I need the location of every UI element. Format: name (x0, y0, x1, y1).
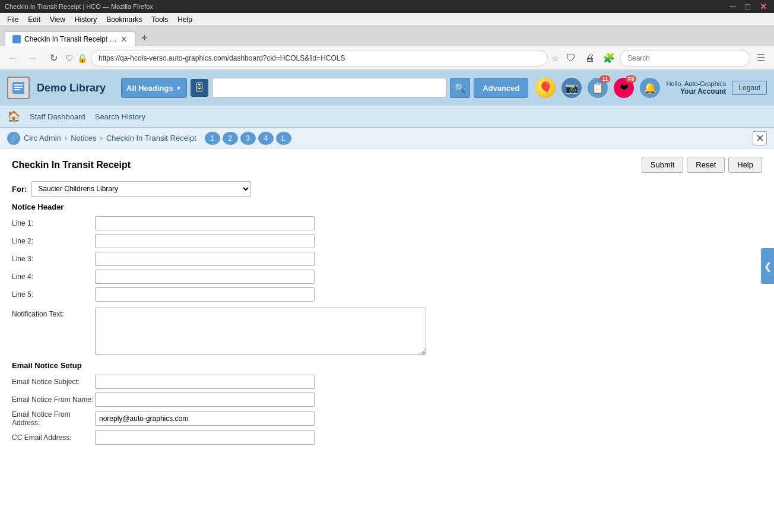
logout-button[interactable]: Logout (732, 81, 767, 95)
menu-tools[interactable]: Tools (147, 14, 173, 25)
line1-label: Line 1: (12, 219, 95, 227)
notification-row: Notification Text: (12, 308, 762, 355)
forward-button[interactable]: → (25, 50, 42, 66)
chevron-down-icon: ▼ (176, 85, 182, 91)
line4-label: Line 4: (12, 273, 95, 281)
line1-input[interactable] (95, 216, 315, 230)
tab-favicon (12, 35, 21, 43)
bell-circle: 🔔 (640, 78, 660, 98)
email-from-addr-row: Email Notice From Address: (12, 410, 762, 427)
balloon-icon[interactable]: 🎈 (535, 78, 556, 98)
notification-section: Notification Text: (12, 308, 762, 355)
svg-rect-3 (14, 89, 20, 90)
shield-icon: 🛡 (65, 53, 74, 63)
collapse-icon: ❮ (764, 261, 772, 272)
email-subject-input[interactable] (95, 375, 315, 389)
headings-dropdown[interactable]: All Headings Author Title Subject ▼ (121, 78, 187, 98)
menu-history[interactable]: History (70, 14, 101, 25)
tab-close-icon[interactable]: ✕ (120, 34, 128, 44)
menu-help[interactable]: Help (173, 14, 197, 25)
app-header: Demo Library All Headings Author Title S… (0, 70, 774, 106)
cc-email-input[interactable] (95, 430, 315, 445)
address-bar[interactable] (91, 50, 548, 66)
refresh-button[interactable]: ↻ (45, 50, 62, 66)
cc-email-row: CC Email Address: (12, 430, 762, 445)
email-setup-title: Email Notice Setup (12, 361, 762, 370)
line4-input[interactable] (95, 270, 315, 284)
breadcrumb-circ-admin[interactable]: Circ Admin (24, 134, 61, 142)
step-4[interactable]: 4 (258, 132, 274, 145)
notice-header-title: Notice Header (12, 202, 762, 211)
camera-icon[interactable]: 📷 (562, 78, 582, 98)
bell-icon[interactable]: 🔔 (640, 78, 660, 98)
active-tab[interactable]: Checkin In Transit Receipt | HCO ✕ (5, 31, 135, 46)
menu-edit[interactable]: Edit (23, 14, 45, 25)
menu-file[interactable]: File (2, 14, 23, 25)
notification-textarea[interactable] (95, 308, 426, 355)
pocket-icon[interactable]: 🛡 (563, 50, 579, 66)
account-hello: Hello, Auto-Graphics (666, 80, 726, 87)
action-buttons: Submit Reset Help (642, 157, 762, 173)
new-tab-button[interactable]: + (138, 30, 151, 46)
puzzle-icon[interactable]: 🧩 (601, 50, 617, 66)
headings-select[interactable]: All Headings Author Title Subject (126, 84, 173, 93)
app-logo-icon (7, 77, 30, 99)
submit-button[interactable]: Submit (642, 157, 683, 173)
step-dots: 1 2 3 4 L (205, 132, 291, 145)
menu-icon[interactable]: ☰ (753, 50, 769, 66)
close-btn[interactable]: ✕ (757, 2, 769, 11)
svg-rect-1 (14, 84, 23, 86)
menu-bookmarks[interactable]: Bookmarks (101, 14, 147, 25)
search-button[interactable]: 🔍 (450, 78, 470, 98)
list-icon[interactable]: 11 📋 (588, 78, 608, 98)
email-subject-row: Email Notice Subject: (12, 375, 762, 389)
minimize-btn[interactable]: ─ (728, 2, 738, 11)
home-icon[interactable]: 🏠 (7, 110, 20, 123)
browser-search-input[interactable] (620, 50, 750, 66)
help-button[interactable]: Help (728, 157, 762, 173)
back-button[interactable]: ← (5, 50, 21, 66)
for-select[interactable]: Saucier Childrens Library (31, 181, 251, 197)
bookmark-star-icon[interactable]: ☆ (551, 53, 559, 63)
email-from-addr-input[interactable] (95, 411, 315, 426)
line3-row: Line 3: (12, 252, 762, 266)
bc-sep-1: › (65, 134, 67, 142)
browser-titlebar: Checkin In Transit Receipt | HCO — Mozil… (0, 0, 774, 13)
print-icon[interactable]: 🖨 (582, 50, 598, 66)
your-account-link[interactable]: Your Account (680, 87, 726, 96)
step-3[interactable]: 3 (240, 132, 256, 145)
breadcrumb-notices[interactable]: Notices (71, 134, 96, 142)
camera-circle: 📷 (562, 78, 582, 98)
staff-dashboard-link[interactable]: Staff Dashboard (30, 112, 85, 121)
line2-label: Line 2: (12, 237, 95, 245)
step-l[interactable]: L (276, 132, 291, 145)
line2-row: Line 2: (12, 234, 762, 248)
line3-input[interactable] (95, 252, 315, 266)
reset-button[interactable]: Reset (687, 157, 725, 173)
line4-row: Line 4: (12, 270, 762, 284)
email-subject-label: Email Notice Subject: (12, 378, 95, 386)
menu-view[interactable]: View (45, 14, 70, 25)
heart-icon[interactable]: F9 ❤ (614, 78, 634, 98)
line2-input[interactable] (95, 234, 315, 248)
search-area: All Headings Author Title Subject ▼ 🗄 🔍 … (121, 78, 528, 98)
maximize-btn[interactable]: □ (743, 2, 753, 11)
app-navbar: 🏠 Staff Dashboard Search History (0, 106, 774, 128)
step-2[interactable]: 2 (223, 132, 238, 145)
email-from-name-row: Email Notice From Name: (12, 392, 762, 407)
advanced-button[interactable]: Advanced (474, 78, 528, 98)
browser-toolbar-right: 🛡 🖨 🧩 ☰ (563, 50, 769, 66)
side-collapse-button[interactable]: ❮ (761, 248, 774, 284)
step-1[interactable]: 1 (205, 132, 220, 145)
email-setup-section: Email Notice Setup Email Notice Subject:… (12, 361, 762, 445)
lock-icon: 🔒 (77, 53, 87, 63)
line5-input[interactable] (95, 287, 315, 302)
email-from-name-input[interactable] (95, 392, 315, 407)
main-search-input[interactable] (212, 78, 446, 98)
browser-addressbar: ← → ↻ 🛡 🔒 ☆ 🛡 🖨 🧩 ☰ (0, 46, 774, 70)
tab-title: Checkin In Transit Receipt | HCO (24, 35, 117, 43)
list-badge: 11 (599, 75, 610, 83)
search-history-link[interactable]: Search History (95, 112, 145, 121)
database-icon[interactable]: 🗄 (191, 79, 208, 97)
close-button[interactable]: ✕ (753, 131, 767, 145)
